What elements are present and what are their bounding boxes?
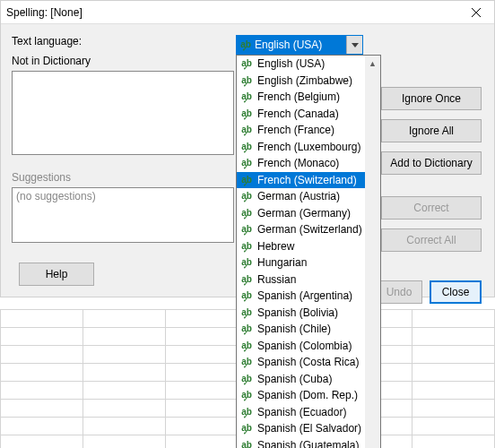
language-option-label: Spanish (Argentina): [257, 289, 352, 302]
dialog-close-button[interactable]: [458, 1, 494, 24]
text-language-label: Text language:: [12, 35, 236, 47]
no-suggestions-text: (no suggestions): [16, 190, 96, 202]
spellcheck-icon: ab: [239, 258, 254, 267]
language-option-label: Spanish (Guatemala): [257, 439, 359, 448]
help-button[interactable]: Help: [19, 263, 94, 286]
spellcheck-icon: ab: [239, 225, 254, 234]
add-to-dictionary-button[interactable]: Add to Dictionary: [381, 151, 482, 175]
language-option[interactable]: abFrench (Monaco): [237, 155, 365, 172]
spellcheck-icon: ab: [239, 358, 254, 366]
spellcheck-icon: ab: [239, 92, 254, 101]
selected-language-text: English (USA): [255, 39, 322, 51]
spellcheck-icon: ab: [239, 441, 254, 448]
language-option-label: Spanish (Colombia): [257, 340, 352, 352]
spellcheck-icon: ab: [239, 408, 254, 417]
spellcheck-icon: ab: [239, 192, 254, 201]
spellcheck-icon: ab: [239, 375, 254, 383]
correct-all-button: Correct All: [381, 228, 482, 252]
language-option-label: Hungarian: [257, 256, 307, 269]
language-option[interactable]: abSpanish (Chile): [237, 321, 365, 338]
scroll-up-arrow[interactable]: ▲: [365, 56, 380, 72]
spellcheck-icon: ab: [239, 341, 254, 350]
language-option[interactable]: abRussian: [237, 271, 365, 289]
dropdown-toggle-button[interactable]: [346, 36, 362, 54]
language-option[interactable]: abGerman (Switzerland): [237, 221, 365, 238]
language-option[interactable]: abSpanish (Ecuador): [237, 404, 365, 421]
language-option[interactable]: abSpanish (El Salvador): [237, 420, 365, 437]
correct-button: Correct: [381, 196, 482, 220]
language-option-label: German (Austria): [257, 190, 340, 202]
language-option-label: French (Switzerland): [257, 174, 357, 186]
language-option-label: Spanish (Cuba): [257, 373, 332, 385]
spellcheck-icon: ab: [239, 125, 254, 134]
spellcheck-icon: ab: [239, 209, 254, 218]
language-option[interactable]: abSpanish (Bolivia): [237, 305, 365, 322]
spellcheck-icon: ab: [239, 308, 254, 317]
language-option[interactable]: abSpanish (Argentina): [237, 288, 365, 305]
ignore-all-button[interactable]: Ignore All: [381, 119, 482, 142]
undo-button: Undo: [376, 280, 422, 304]
language-option-label: Spanish (Chile): [257, 323, 331, 335]
language-dropdown-list: abEnglish (USA)abEnglish (Zimbabwe)abFre…: [236, 55, 381, 448]
language-option[interactable]: abGerman (Germany): [237, 205, 365, 222]
language-option[interactable]: abEnglish (USA): [237, 56, 365, 73]
language-option-label: German (Switzerland): [257, 223, 362, 236]
language-option[interactable]: abSpanish (Dom. Rep.): [237, 387, 365, 404]
language-option[interactable]: abSpanish (Cuba): [237, 371, 365, 388]
scroll-track[interactable]: [365, 72, 380, 448]
spellcheck-icon: ab: [239, 176, 254, 185]
dropdown-scrollbar[interactable]: ▲ ▼: [365, 56, 380, 448]
language-option[interactable]: abFrench (Canada): [237, 106, 365, 123]
language-option-label: English (Zimbabwe): [257, 74, 352, 87]
not-in-dictionary-input[interactable]: [12, 71, 234, 155]
language-option[interactable]: abSpanish (Costa Rica): [237, 354, 365, 371]
language-option-label: Spanish (Bolivia): [257, 306, 338, 319]
spellcheck-icon: ab: [239, 142, 254, 151]
spellcheck-icon: ab: [239, 59, 254, 68]
close-button[interactable]: Close: [430, 280, 482, 304]
language-option-label: Spanish (Dom. Rep.): [257, 389, 358, 401]
spellcheck-icon: ab: [239, 424, 254, 433]
language-option[interactable]: abFrench (France): [237, 122, 365, 139]
ignore-once-button[interactable]: Ignore Once: [381, 87, 482, 110]
language-option-label: French (Luxembourg): [257, 141, 360, 153]
dialog-title: Spelling: [None]: [1, 6, 82, 19]
language-option[interactable]: abSpanish (Guatemala): [237, 437, 365, 449]
svg-marker-2: [352, 43, 359, 47]
language-option-label: French (Canada): [257, 108, 339, 120]
spellcheck-icon: ab: [239, 40, 253, 49]
language-option[interactable]: abGerman (Austria): [237, 188, 365, 205]
language-option-label: German (Germany): [257, 207, 351, 220]
suggestions-list[interactable]: (no suggestions): [12, 187, 234, 243]
language-option-label: French (Monaco): [257, 157, 339, 169]
language-option-label: English (USA): [257, 57, 325, 70]
language-option[interactable]: abFrench (Switzerland): [237, 172, 365, 189]
language-option-label: French (France): [257, 124, 334, 136]
language-option[interactable]: abEnglish (Zimbabwe): [237, 73, 365, 90]
language-option-label: Spanish (Costa Rica): [257, 356, 359, 368]
spellcheck-icon: ab: [239, 76, 254, 85]
language-option-label: Russian: [257, 273, 296, 286]
language-option[interactable]: abFrench (Luxembourg): [237, 139, 365, 156]
language-option-label: Spanish (El Salvador): [257, 422, 361, 435]
language-option-label: Spanish (Ecuador): [257, 406, 346, 418]
language-option[interactable]: abSpanish (Colombia): [237, 338, 365, 355]
text-language-select[interactable]: ab English (USA): [236, 35, 363, 55]
spellcheck-icon: ab: [239, 109, 254, 118]
language-option[interactable]: abFrench (Belgium): [237, 89, 365, 106]
language-option-label: French (Belgium): [257, 90, 340, 103]
language-option[interactable]: abHebrew: [237, 238, 365, 255]
language-option-label: Hebrew: [257, 240, 294, 253]
spellcheck-icon: ab: [239, 291, 254, 300]
spellcheck-icon: ab: [239, 242, 254, 251]
titlebar: Spelling: [None]: [1, 1, 494, 24]
spellcheck-icon: ab: [239, 391, 254, 400]
language-option[interactable]: abHungarian: [237, 254, 365, 271]
spellcheck-icon: ab: [239, 159, 254, 168]
text-language-selected: ab English (USA): [237, 36, 346, 54]
spellcheck-icon: ab: [239, 324, 254, 333]
spellcheck-icon: ab: [239, 275, 254, 284]
